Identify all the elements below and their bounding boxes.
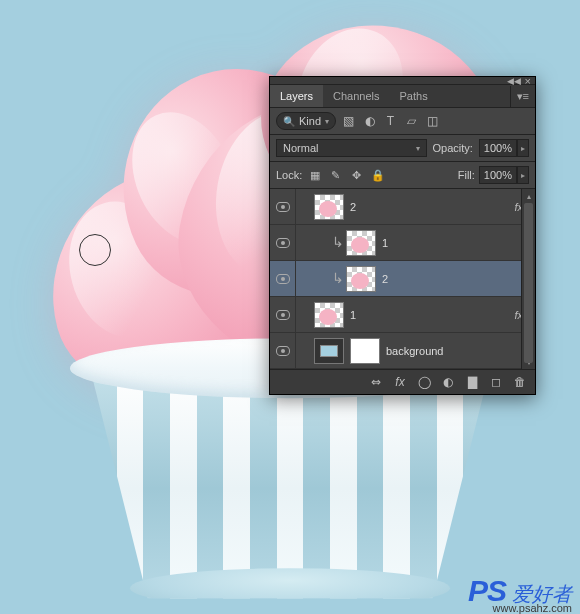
collapse-icon[interactable]: ◀◀ [507, 76, 521, 86]
layer-thumbnail[interactable] [314, 194, 344, 220]
opacity-stepper[interactable]: ▸ [517, 139, 529, 157]
layer-thumbnail[interactable] [346, 266, 376, 292]
blend-mode-value: Normal [283, 142, 318, 154]
panel-footer: ⇔ fx ◯ ◐ ▇ ◻ 🗑 [270, 369, 535, 394]
layer-row[interactable]: ↳ 1 [270, 225, 535, 261]
eye-icon [276, 346, 290, 356]
layer-thumbnail[interactable] [314, 338, 344, 364]
visibility-toggle[interactable] [270, 225, 296, 261]
close-icon[interactable]: × [525, 77, 531, 85]
link-layers-icon[interactable]: ⇔ [365, 373, 387, 391]
filter-pixel-icon[interactable]: ▧ [340, 113, 357, 130]
search-icon: 🔍 [283, 116, 295, 127]
filter-adjust-icon[interactable]: ◐ [361, 113, 378, 130]
layer-row[interactable]: 2 fx▾ [270, 189, 535, 225]
visibility-toggle[interactable] [270, 333, 296, 369]
filter-kind-dropdown[interactable]: 🔍 Kind ▾ [276, 112, 336, 130]
visibility-toggle[interactable] [270, 261, 296, 297]
tab-layers[interactable]: Layers [270, 85, 323, 107]
lock-row: Lock: ▦ ✎ ✥ 🔒 Fill: 100% ▸ [270, 162, 535, 189]
panel-tabs: Layers Channels Paths ▾≡ [270, 85, 535, 108]
tab-paths[interactable]: Paths [390, 85, 438, 107]
layer-row[interactable]: 1 fx▾ [270, 297, 535, 333]
visibility-toggle[interactable] [270, 297, 296, 333]
visibility-toggle[interactable] [270, 189, 296, 225]
adjustment-icon[interactable]: ◐ [437, 373, 459, 391]
lock-position-icon[interactable]: ✥ [348, 167, 365, 184]
layer-row[interactable]: ↳ 2 [270, 261, 535, 297]
opacity-label: Opacity: [433, 142, 473, 154]
layers-panel: ◀◀ × Layers Channels Paths ▾≡ 🔍 Kind ▾ ▧… [269, 76, 536, 395]
clip-indicator-icon: ↳ [332, 270, 344, 286]
filter-shape-icon[interactable]: ▱ [403, 113, 420, 130]
fill-stepper[interactable]: ▸ [517, 166, 529, 184]
layer-list: 2 fx▾ ↳ 1 ↳ 2 1 fx▾ [270, 189, 535, 369]
opacity-input[interactable]: 100% [479, 139, 517, 157]
filter-row: 🔍 Kind ▾ ▧ ◐ T ▱ ◫ [270, 108, 535, 135]
trash-icon[interactable]: 🗑 [509, 373, 531, 391]
blend-row: Normal ▾ Opacity: 100% ▸ [270, 135, 535, 162]
fx-menu-icon[interactable]: fx [389, 373, 411, 391]
layer-name[interactable]: 2 [350, 201, 514, 213]
tab-channels[interactable]: Channels [323, 85, 389, 107]
filter-type-icon[interactable]: T [382, 113, 399, 130]
layer-mask-thumbnail[interactable] [350, 338, 380, 364]
layer-thumbnail[interactable] [314, 302, 344, 328]
layer-name[interactable]: background [386, 345, 529, 357]
fill-label: Fill: [458, 169, 475, 181]
eye-icon [276, 310, 290, 320]
layer-name[interactable]: 2 [382, 273, 529, 285]
chevron-down-icon: ▾ [416, 144, 420, 153]
scroll-up-icon[interactable]: ▴ [522, 189, 535, 203]
group-icon[interactable]: ▇ [461, 373, 483, 391]
lock-label: Lock: [276, 169, 302, 181]
eye-icon [276, 202, 290, 212]
layer-row[interactable]: background [270, 333, 535, 369]
layer-name[interactable]: 1 [382, 237, 529, 249]
layer-name[interactable]: 1 [350, 309, 514, 321]
clip-indicator-icon: ↳ [332, 234, 344, 250]
eye-icon [276, 274, 290, 284]
eye-icon [276, 238, 290, 248]
scrollbar[interactable]: ▴ ▾ [521, 189, 535, 369]
blend-mode-dropdown[interactable]: Normal ▾ [276, 139, 427, 157]
layer-thumbnail[interactable] [346, 230, 376, 256]
lock-transparency-icon[interactable]: ▦ [306, 167, 323, 184]
scroll-thumb[interactable] [524, 203, 533, 363]
new-layer-icon[interactable]: ◻ [485, 373, 507, 391]
chevron-down-icon: ▾ [325, 117, 329, 126]
mask-icon[interactable]: ◯ [413, 373, 435, 391]
watermark-url: www.psahz.com [493, 602, 572, 614]
panel-dragbar[interactable]: ◀◀ × [270, 77, 535, 85]
fill-input[interactable]: 100% [479, 166, 517, 184]
filter-smart-icon[interactable]: ◫ [424, 113, 441, 130]
lock-all-icon[interactable]: 🔒 [369, 167, 386, 184]
lock-pixels-icon[interactable]: ✎ [327, 167, 344, 184]
filter-kind-label: Kind [299, 115, 321, 127]
brush-cursor [79, 234, 111, 266]
panel-menu-icon[interactable]: ▾≡ [510, 86, 535, 107]
